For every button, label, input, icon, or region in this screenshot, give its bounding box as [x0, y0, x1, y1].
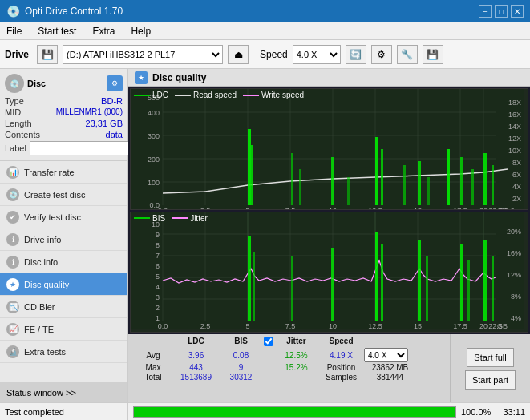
- svg-rect-40: [403, 165, 406, 205]
- svg-text:15: 15: [414, 322, 422, 329]
- content-area: ★ Disc quality LDC Read speed: [128, 69, 530, 402]
- sidebar-item-fe-te[interactable]: 📈 FE / TE: [0, 318, 127, 341]
- nav-label-verify-test-disc: Verify test disc: [24, 212, 81, 222]
- settings-button2[interactable]: 🔧: [397, 45, 418, 64]
- svg-rect-42: [427, 177, 430, 205]
- main-area: 💿 Disc ⚙ Type BD-R MID MILLENMR1 (000) L…: [0, 69, 530, 402]
- menubar: File Start test Extra Help: [0, 22, 530, 40]
- sidebar-item-disc-quality[interactable]: ★ Disc quality: [0, 273, 127, 296]
- verify-test-disc-icon: ✔: [6, 211, 19, 224]
- position-value: 23862 MB: [364, 363, 416, 372]
- svg-text:16X: 16X: [508, 111, 521, 119]
- svg-text:15: 15: [414, 207, 422, 209]
- toolbar: Drive 💾 (D:) ATAPI iHBS312 2 PL17 ⏏ Spee…: [0, 40, 530, 69]
- svg-rect-35: [299, 169, 301, 205]
- svg-text:16%: 16%: [507, 249, 521, 257]
- total-ldc: 1513689: [174, 373, 218, 382]
- bis-legend: BIS Jitter: [134, 214, 208, 223]
- svg-rect-100: [460, 244, 463, 321]
- maximize-button[interactable]: □: [495, 5, 508, 18]
- length-value: 23,31 GB: [86, 119, 123, 128]
- svg-text:14X: 14X: [508, 123, 521, 131]
- minimize-button[interactable]: −: [479, 5, 492, 18]
- contents-label: Contents: [5, 130, 40, 139]
- sidebar-item-drive-info[interactable]: ℹ Drive info: [0, 228, 127, 251]
- svg-text:3: 3: [156, 293, 160, 301]
- save-button[interactable]: 💾: [423, 45, 443, 64]
- svg-text:7.5: 7.5: [285, 322, 296, 329]
- legend-bis-label: BIS: [152, 214, 165, 223]
- svg-text:2.5: 2.5: [200, 207, 211, 209]
- sidebar-item-create-test-disc[interactable]: 💿 Create test disc: [0, 184, 127, 206]
- max-label: Max: [133, 363, 173, 372]
- svg-text:400: 400: [148, 109, 160, 117]
- svg-rect-57: [131, 212, 524, 329]
- menu-help[interactable]: Help: [127, 24, 154, 38]
- cd-bler-icon: 📉: [6, 301, 19, 313]
- menu-start-test[interactable]: Start test: [34, 24, 79, 38]
- nav-label-fe-te: FE / TE: [24, 325, 54, 334]
- svg-text:4: 4: [156, 283, 160, 291]
- label-input[interactable]: [30, 141, 133, 155]
- svg-text:10: 10: [329, 207, 337, 209]
- start-part-button[interactable]: Start part: [465, 370, 516, 390]
- status-window-button[interactable]: Status window >>: [0, 382, 127, 402]
- total-bis: 30312: [219, 373, 263, 382]
- drive-label: Drive: [5, 49, 29, 60]
- jitter-checkbox[interactable]: [264, 337, 273, 346]
- disc-panel: 💿 Disc ⚙ Type BD-R MID MILLENMR1 (000) L…: [0, 69, 127, 161]
- disc-quality-panel-icon: ★: [135, 71, 148, 84]
- drive-select[interactable]: (D:) ATAPI iHBS312 2 PL17: [63, 45, 223, 64]
- sidebar-item-extra-tests[interactable]: 🔬 Extra tests: [0, 341, 127, 363]
- svg-rect-36: [331, 157, 334, 205]
- bis-color: [134, 217, 150, 219]
- menu-file[interactable]: File: [3, 24, 25, 38]
- start-full-button[interactable]: Start full: [467, 348, 513, 367]
- legend-bis: BIS: [134, 214, 165, 223]
- svg-rect-45: [471, 169, 474, 205]
- close-button[interactable]: ✕: [511, 5, 524, 18]
- sidebar-item-verify-test-disc[interactable]: ✔ Verify test disc: [0, 206, 127, 228]
- svg-text:10X: 10X: [508, 147, 521, 155]
- legend-write-speed: Write speed: [243, 91, 304, 99]
- ldc-chart-inner: LDC Read speed Write speed: [131, 89, 528, 209]
- settings-button1[interactable]: ⚙: [371, 45, 392, 64]
- nav-label-disc-quality: Disc quality: [24, 280, 69, 289]
- menu-extra[interactable]: Extra: [89, 24, 118, 38]
- legend-ldc-label: LDC: [152, 91, 168, 99]
- svg-text:20: 20: [479, 207, 488, 209]
- svg-text:1: 1: [156, 314, 160, 322]
- eject-button[interactable]: ⏏: [228, 45, 249, 64]
- mid-value: MILLENMR1 (000): [56, 107, 123, 117]
- svg-text:0.0: 0.0: [158, 322, 168, 329]
- svg-text:4X: 4X: [512, 183, 521, 191]
- drive-icon-btn[interactable]: 💾: [37, 45, 58, 64]
- refresh-button[interactable]: 🔄: [346, 45, 366, 64]
- mid-label: MID: [5, 107, 21, 117]
- stats-max-row: Max 443 9 15.2% Position 23862 MB: [133, 363, 445, 372]
- stats-avg-row: Avg 3.96 0.08 12.5% 4.19 X 4.0 X: [133, 348, 445, 362]
- svg-rect-39: [381, 149, 383, 205]
- speed-combo-select[interactable]: 4.0 X: [364, 348, 408, 362]
- ldc-legend: LDC Read speed Write speed: [134, 91, 304, 99]
- transfer-rate-icon: 📊: [6, 166, 19, 179]
- sidebar-item-disc-info[interactable]: ℹ Disc info: [0, 251, 127, 273]
- avg-bis: 0.08: [219, 351, 263, 360]
- write-speed-color: [243, 95, 259, 96]
- col-speed-header: Speed: [319, 336, 363, 346]
- svg-text:12.5: 12.5: [368, 207, 382, 209]
- disc-settings-icon[interactable]: ⚙: [107, 75, 123, 91]
- svg-text:12X: 12X: [508, 135, 521, 143]
- svg-rect-43: [447, 149, 450, 205]
- nav-items: 📊 Transfer rate 💿 Create test disc ✔ Ver…: [0, 161, 127, 382]
- sidebar-item-transfer-rate[interactable]: 📊 Transfer rate: [0, 161, 127, 184]
- speed-select[interactable]: 4.0 X: [293, 45, 341, 64]
- speed-label: Speed: [260, 49, 288, 60]
- nav-label-extra-tests: Extra tests: [24, 347, 66, 357]
- svg-text:100: 100: [148, 179, 160, 187]
- legend-ldc: LDC: [134, 91, 168, 99]
- stats-side-buttons: Start full Start part: [450, 334, 530, 402]
- svg-rect-94: [291, 256, 293, 321]
- disc-quality-title: Disc quality: [152, 72, 206, 83]
- sidebar-item-cd-bler[interactable]: 📉 CD Bler: [0, 296, 127, 318]
